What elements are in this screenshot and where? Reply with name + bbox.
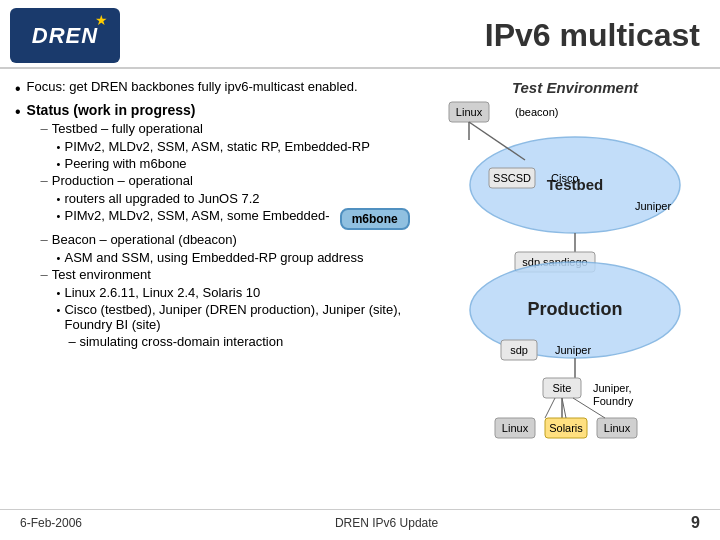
svg-text:(beacon): (beacon) bbox=[515, 106, 558, 118]
bullet-sm-7: • bbox=[57, 304, 61, 332]
logo-area: ★ DREN bbox=[10, 8, 120, 63]
sub-testbed: – Testbed – fully operational bbox=[41, 121, 435, 136]
beacon-child-1: • ASM and SSM, using Embedded-RP group a… bbox=[57, 250, 435, 265]
beacon-children: • ASM and SSM, using Embedded-RP group a… bbox=[57, 250, 435, 265]
testenv-child-2-text: Cisco (testbed), Juniper (DREN productio… bbox=[64, 302, 435, 332]
testenv-label: Test environment bbox=[52, 267, 151, 282]
bullet-focus-text: Focus: get DREN backbones fully ipv6-mul… bbox=[27, 79, 358, 98]
dash-4: – bbox=[41, 267, 48, 282]
right-column: Test Environment Linux (beacon) Testbed … bbox=[445, 79, 705, 490]
testbed-label: Testbed – fully operational bbox=[52, 121, 203, 136]
bullet-sm-4: • bbox=[57, 210, 61, 230]
dash-1: – bbox=[41, 121, 48, 136]
svg-text:SSCSD: SSCSD bbox=[493, 172, 531, 184]
dash-3: – bbox=[41, 232, 48, 247]
testbed-child-2-text: Peering with m6bone bbox=[64, 156, 186, 171]
footer: 6-Feb-2006 DREN IPv6 Update 9 bbox=[0, 509, 720, 532]
dash-2: – bbox=[41, 173, 48, 188]
testenv-child-3-text: – simulating cross-domain interaction bbox=[69, 334, 284, 349]
beacon-label: Beacon – operational (dbeacon) bbox=[52, 232, 237, 247]
svg-text:Solaris: Solaris bbox=[549, 422, 583, 434]
svg-text:Juniper: Juniper bbox=[555, 344, 591, 356]
test-env-label: Test Environment bbox=[445, 79, 705, 96]
bullet-dot-2: • bbox=[15, 102, 21, 351]
testenv-child-1: • Linux 2.6.11, Linux 2.4, Solaris 10 bbox=[57, 285, 435, 300]
bullet-status-content: Status (work in progress) – Testbed – fu… bbox=[27, 102, 435, 351]
main-content: • Focus: get DREN backbones fully ipv6-m… bbox=[0, 69, 720, 500]
status-title: Status (work in progress) bbox=[27, 102, 196, 118]
svg-text:Site: Site bbox=[553, 382, 572, 394]
logo-star: ★ bbox=[95, 12, 108, 28]
sub-list: – Testbed – fully operational • PIMv2, M… bbox=[41, 121, 435, 349]
prod-child-1-text: routers all upgraded to JunOS 7.2 bbox=[64, 191, 259, 206]
logo-text: DREN bbox=[32, 23, 98, 49]
diagram: Linux (beacon) Testbed SSCSD Cisco Junip… bbox=[445, 100, 705, 490]
bullet-status: • Status (work in progress) – Testbed – … bbox=[15, 102, 435, 351]
footer-center: DREN IPv6 Update bbox=[335, 516, 438, 530]
sub-production: – Production – operational bbox=[41, 173, 435, 188]
bullet-dot-1: • bbox=[15, 79, 21, 98]
svg-text:sdp: sdp bbox=[510, 344, 528, 356]
testenv-child-1-text: Linux 2.6.11, Linux 2.4, Solaris 10 bbox=[64, 285, 260, 300]
testenv-child-2: • Cisco (testbed), Juniper (DREN product… bbox=[57, 302, 435, 332]
testbed-child-1-text: PIMv2, MLDv2, SSM, ASM, static RP, Embed… bbox=[64, 139, 369, 154]
testbed-children: • PIMv2, MLDv2, SSM, ASM, static RP, Emb… bbox=[57, 139, 435, 171]
m6bone-badge: m6bone bbox=[340, 208, 410, 230]
bullet-sm-3: • bbox=[57, 193, 61, 206]
prod-child-2: • PIMv2, MLDv2, SSM, ASM, some Embedded-… bbox=[57, 208, 435, 230]
svg-line-31 bbox=[545, 398, 555, 418]
svg-text:Linux: Linux bbox=[604, 422, 631, 434]
left-column: • Focus: get DREN backbones fully ipv6-m… bbox=[15, 79, 435, 490]
bullet-sm-5: • bbox=[57, 252, 61, 265]
svg-text:Foundry: Foundry bbox=[593, 395, 634, 407]
sub-testenv: – Test environment bbox=[41, 267, 435, 282]
testbed-child-1: • PIMv2, MLDv2, SSM, ASM, static RP, Emb… bbox=[57, 139, 435, 154]
page-title: IPv6 multicast bbox=[485, 17, 700, 54]
prod-child-1: • routers all upgraded to JunOS 7.2 bbox=[57, 191, 435, 206]
bullet-sm-6: • bbox=[57, 287, 61, 300]
beacon-child-1-text: ASM and SSM, using Embedded-RP group add… bbox=[64, 250, 363, 265]
bullet-focus: • Focus: get DREN backbones fully ipv6-m… bbox=[15, 79, 435, 98]
svg-text:Cisco: Cisco bbox=[551, 172, 579, 184]
footer-page: 9 bbox=[691, 514, 700, 532]
testbed-child-2: • Peering with m6bone bbox=[57, 156, 435, 171]
logo: ★ DREN bbox=[10, 8, 120, 63]
bullet-sm-2: • bbox=[57, 158, 61, 171]
svg-text:Juniper: Juniper bbox=[635, 200, 671, 212]
diagram-svg: Linux (beacon) Testbed SSCSD Cisco Junip… bbox=[445, 100, 705, 490]
bullet-sm-1: • bbox=[57, 141, 61, 154]
sub-beacon: – Beacon – operational (dbeacon) bbox=[41, 232, 435, 247]
svg-text:Linux: Linux bbox=[502, 422, 529, 434]
svg-text:Production: Production bbox=[528, 299, 623, 319]
production-label: Production – operational bbox=[52, 173, 193, 188]
focus-text: Focus: get DREN backbones fully ipv6-mul… bbox=[27, 79, 358, 94]
svg-text:Linux: Linux bbox=[456, 106, 483, 118]
testenv-child-3: – simulating cross-domain interaction bbox=[69, 334, 435, 349]
footer-date: 6-Feb-2006 bbox=[20, 516, 82, 530]
production-children: • routers all upgraded to JunOS 7.2 • PI… bbox=[57, 191, 435, 230]
header: ★ DREN IPv6 multicast bbox=[0, 0, 720, 69]
prod-child-2-text: PIMv2, MLDv2, SSM, ASM, some Embedded- bbox=[64, 208, 329, 230]
testenv-children: • Linux 2.6.11, Linux 2.4, Solaris 10 • … bbox=[57, 285, 435, 349]
svg-text:Juniper,: Juniper, bbox=[593, 382, 632, 394]
